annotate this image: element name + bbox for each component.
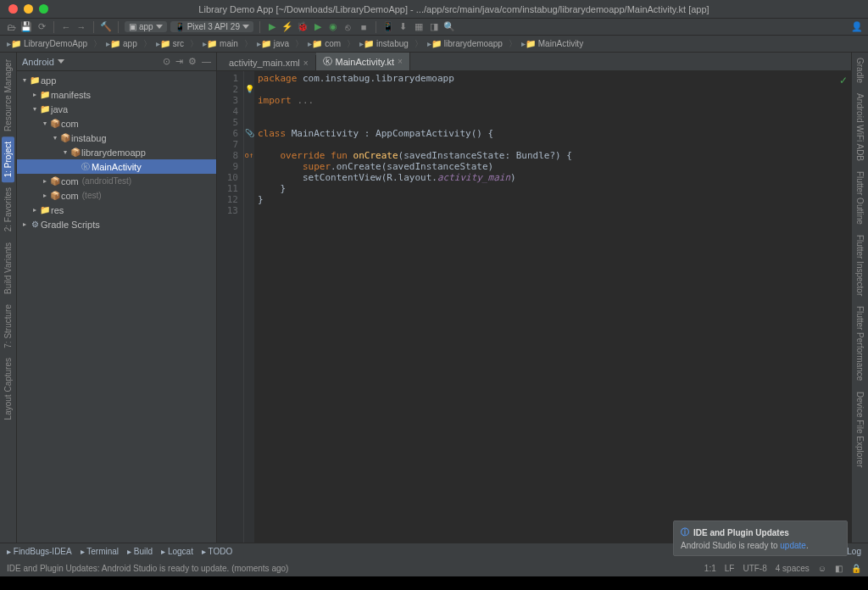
lock-icon[interactable]: 🔒 <box>851 564 861 573</box>
profile-icon[interactable]: ◉ <box>327 21 339 33</box>
breadcrumb-item[interactable]: 〉▸📁instabug <box>343 38 410 50</box>
user-icon[interactable]: 👤 <box>851 21 863 33</box>
tree-node[interactable]: ▾📦librarydemoapp <box>17 145 216 159</box>
breadcrumb-bar: ▸📁LibraryDemoApp〉▸📁app〉▸📁src〉▸📁main〉▸📁ja… <box>0 36 868 53</box>
apply-changes-icon[interactable]: ⚡ <box>281 21 293 33</box>
code-editor[interactable]: 12345678910111213 💡📎o↑ package com.insta… <box>217 71 851 543</box>
right-tool-device-file-explorer[interactable]: Device File Explorer <box>854 387 866 472</box>
tree-node[interactable]: ▾📁app <box>17 73 216 87</box>
bottom-tool-terminal[interactable]: ▸ Terminal <box>81 547 119 556</box>
debug-icon[interactable]: 🐞 <box>297 21 309 33</box>
line-separator[interactable]: LF <box>725 564 735 573</box>
tree-node[interactable]: ▸📦com(androidTest) <box>17 174 216 188</box>
breadcrumb-item[interactable]: ▸📁LibraryDemoApp <box>5 39 89 48</box>
attach-debugger-icon[interactable]: ⎋ <box>342 21 354 33</box>
build-icon[interactable]: 🔨 <box>100 21 112 33</box>
status-bar: IDE and Plugin Updates: Android Studio i… <box>0 559 868 576</box>
tree-node[interactable]: ⓚMainActivity <box>17 159 216 174</box>
editor-tabs: activity_main.xml×ⓚMainActivity.kt× <box>217 53 851 71</box>
tree-node[interactable]: ▸📦com(test) <box>17 188 216 203</box>
breadcrumb-item[interactable]: 〉▸📁java <box>241 38 291 50</box>
main-toolbar: 🗁 💾 ⟳ ← → 🔨 ▣ app 📱 Pixel 3 API 29 ▶ ⚡ 🐞… <box>0 19 868 36</box>
run-icon[interactable]: ▶ <box>266 21 278 33</box>
sdk-icon[interactable]: ⬇ <box>398 21 409 33</box>
left-tool-1-project[interactable]: 1: Project <box>2 136 14 182</box>
back-icon[interactable]: ← <box>60 21 72 33</box>
bottom-tool-findbugs-idea[interactable]: ▸ FindBugs-IDEA <box>7 547 72 556</box>
coverage-icon[interactable]: ▶ <box>312 21 324 33</box>
indent-setting[interactable]: 4 spaces <box>776 564 810 573</box>
avd-icon[interactable]: 📱 <box>382 21 394 33</box>
maximize-window-icon[interactable] <box>39 4 48 14</box>
gear-icon[interactable]: ⚙ <box>188 56 197 67</box>
breadcrumb-item[interactable]: 〉▸📁MainActivity <box>505 38 585 50</box>
right-tool-flutter-performance[interactable]: Flutter Performance <box>854 301 866 386</box>
left-tool-7-structure[interactable]: 7: Structure <box>2 299 14 353</box>
project-tree[interactable]: ▾📁app▸📁manifests▾📁java▾📦com▾📦instabug▾📦l… <box>17 71 216 543</box>
caret-position[interactable]: 1:1 <box>704 564 716 573</box>
collapse-icon[interactable]: ⇥ <box>175 56 183 67</box>
layout-inspector-icon[interactable]: ▦ <box>413 21 425 33</box>
notification-popup[interactable]: ⓘIDE and Plugin Updates Android Studio i… <box>673 520 848 556</box>
right-tool-flutter-outline[interactable]: Flutter Outline <box>854 166 866 230</box>
run-config-selector[interactable]: ▣ app <box>125 21 167 32</box>
left-tool-2-favorites[interactable]: 2: Favorites <box>2 182 14 237</box>
tree-node[interactable]: ▾📦com <box>17 116 216 131</box>
open-icon[interactable]: 🗁 <box>5 21 17 33</box>
breadcrumb-item[interactable]: 〉▸📁src <box>140 38 186 50</box>
device-selector[interactable]: 📱 Pixel 3 API 29 <box>170 21 253 32</box>
status-message: IDE and Plugin Updates: Android Studio i… <box>7 564 288 573</box>
project-panel: Android ⊙ ⇥ ⚙ — ▾📁app▸📁manifests▾📁java▾📦… <box>17 53 217 543</box>
window-title: Library Demo App [~/Downloads/LibraryDem… <box>48 4 860 14</box>
editor-tab[interactable]: ⓚMainActivity.kt× <box>316 53 410 70</box>
breadcrumb-item[interactable]: 〉▸📁librarydemoapp <box>411 38 504 50</box>
search-icon[interactable]: 🔍 <box>443 21 455 33</box>
bottom-tool-todo[interactable]: ▸ TODO <box>202 547 232 556</box>
file-encoding[interactable]: UTF-8 <box>743 564 766 573</box>
right-tool-android-wifi-adb[interactable]: Android WiFi ADB <box>854 88 866 166</box>
close-tab-icon[interactable]: × <box>398 57 403 66</box>
right-tool-flutter-inspector[interactable]: Flutter Inspector <box>854 230 866 301</box>
update-link[interactable]: update <box>780 541 806 550</box>
breadcrumb-item[interactable]: 〉▸📁main <box>186 38 240 50</box>
hide-icon[interactable]: — <box>202 56 211 67</box>
left-tool-build-variants[interactable]: Build Variants <box>2 237 14 299</box>
close-window-icon[interactable] <box>8 4 18 14</box>
right-tool-gradle[interactable]: Gradle <box>854 53 866 88</box>
tree-node[interactable]: ▸📁manifests <box>17 87 216 102</box>
right-tool-strip: GradleAndroid WiFi ADBFlutter OutlineFlu… <box>851 53 868 543</box>
minimize-window-icon[interactable] <box>24 4 33 14</box>
analysis-ok-icon: ✓ <box>839 75 848 86</box>
stop-icon[interactable]: ■ <box>358 21 370 33</box>
editor-tab[interactable]: activity_main.xml× <box>219 55 316 70</box>
close-tab-icon[interactable]: × <box>303 58 309 68</box>
breadcrumb-item[interactable]: 〉▸📁com <box>292 38 342 50</box>
assistant-icon[interactable]: ◨ <box>428 21 440 33</box>
tree-node[interactable]: ▸⚙Gradle Scripts <box>17 217 216 231</box>
titlebar: Library Demo App [~/Downloads/LibraryDem… <box>0 0 868 19</box>
info-icon: ⓘ <box>681 526 689 538</box>
project-view-mode[interactable]: Android <box>22 57 54 67</box>
project-settings-icon[interactable]: ⊙ <box>163 56 170 67</box>
sync-icon[interactable]: ⟳ <box>36 21 47 33</box>
bottom-tool-build[interactable]: ▸ Build <box>127 547 153 556</box>
tree-node[interactable]: ▾📁java <box>17 102 216 116</box>
bottom-tool-logcat[interactable]: ▸ Logcat <box>161 547 193 556</box>
tree-node[interactable]: ▸📁res <box>17 203 216 217</box>
inspections-icon[interactable]: ☺ <box>818 564 826 573</box>
left-tool-layout-captures[interactable]: Layout Captures <box>2 353 14 425</box>
breadcrumb-item[interactable]: 〉▸📁app <box>90 38 139 50</box>
memory-icon[interactable]: ◧ <box>835 564 843 573</box>
save-icon[interactable]: 💾 <box>20 21 32 33</box>
editor-area: activity_main.xml×ⓚMainActivity.kt× 1234… <box>217 53 851 543</box>
left-tool-resource-manager[interactable]: Resource Manager <box>2 54 14 136</box>
left-tool-strip: Resource Manager1: Project2: FavoritesBu… <box>0 53 17 543</box>
forward-icon[interactable]: → <box>75 21 87 33</box>
tree-node[interactable]: ▾📦instabug <box>17 131 216 145</box>
